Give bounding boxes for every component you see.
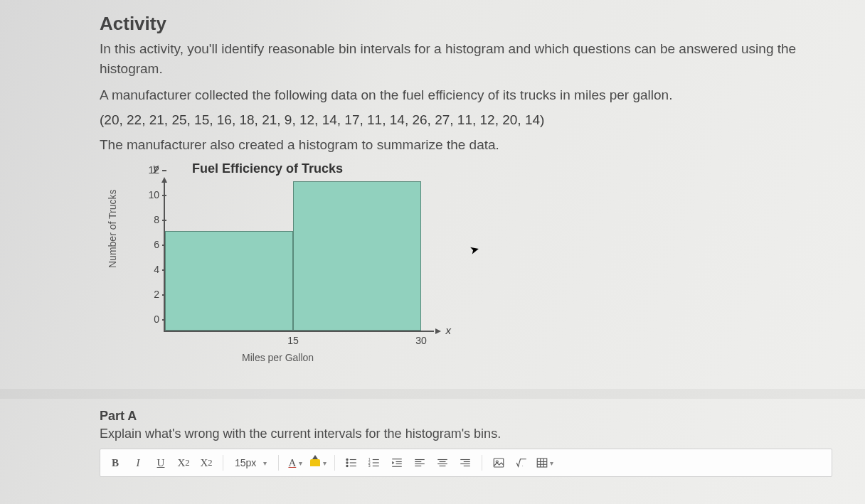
- part-label: Part A: [100, 409, 837, 424]
- svg-point-4: [346, 466, 348, 467]
- text-color-letter: A: [288, 457, 296, 469]
- x-axis-arrow-icon: [435, 328, 441, 334]
- subscript-button[interactable]: X2: [196, 452, 217, 473]
- numbered-list-button[interactable]: 123: [363, 452, 385, 473]
- toolbar-separator: [482, 455, 482, 471]
- y-tick: 0: [154, 313, 165, 325]
- chevron-down-icon: ▾: [299, 459, 302, 467]
- x-tick: 15: [287, 331, 299, 346]
- data-values: (20, 22, 21, 25, 15, 16, 18, 21, 9, 12, …: [100, 112, 837, 128]
- activity-intro: In this activity, you'll identify reason…: [100, 39, 837, 78]
- y-tick: 6: [154, 239, 165, 250]
- editor-toolbar: B I U X2 X2 15px ▾ A ▾ ▾ 123: [100, 449, 832, 477]
- x-var-label: x: [446, 324, 452, 336]
- histogram-chart: y Fuel Efficiency of Trucks Number of Tr…: [114, 161, 484, 375]
- align-center-button[interactable]: [432, 452, 453, 473]
- x-tick: 30: [415, 331, 427, 346]
- chevron-down-icon: ▾: [550, 459, 553, 467]
- y-tick: 4: [154, 264, 165, 275]
- section-divider: [0, 389, 865, 399]
- svg-rect-28: [494, 459, 504, 467]
- table-button[interactable]: ▾: [534, 452, 555, 473]
- text-color-button[interactable]: A ▾: [285, 452, 306, 473]
- part-prompt: Explain what's wrong with the current in…: [100, 427, 837, 441]
- highlight-button[interactable]: ▾: [307, 452, 329, 473]
- superscript-button[interactable]: X2: [173, 452, 194, 473]
- svg-text:.: .: [522, 462, 524, 467]
- fontsize-select[interactable]: 15px ▾: [229, 452, 272, 473]
- y-axis-label: Number of Trucks: [107, 190, 118, 268]
- y-tick: 10: [148, 189, 165, 200]
- align-right-button[interactable]: [455, 452, 476, 473]
- activity-heading: Activity: [100, 13, 837, 35]
- y-tick: 8: [154, 214, 165, 225]
- svg-rect-31: [537, 459, 547, 467]
- indent-button[interactable]: [386, 452, 408, 473]
- bulleted-list-button[interactable]: [341, 452, 362, 473]
- toolbar-separator: [223, 455, 223, 471]
- y-tick: 12: [148, 164, 165, 176]
- chevron-down-icon: ▾: [323, 459, 327, 467]
- activity-followup: The manufacturer also created a histogra…: [100, 135, 837, 155]
- fontsize-value: 15px: [235, 457, 256, 468]
- svg-point-2: [346, 462, 348, 463]
- chart-title: Fuel Efficiency of Trucks: [192, 161, 343, 176]
- insert-image-button[interactable]: [488, 452, 509, 473]
- equation-button[interactable]: .: [511, 452, 532, 473]
- toolbar-separator: [334, 455, 335, 471]
- activity-context: A manufacturer collected the following d…: [100, 85, 837, 105]
- toolbar-separator: [278, 455, 279, 471]
- highlighter-icon: [310, 459, 320, 466]
- align-left-button[interactable]: [409, 452, 430, 473]
- histogram-bar: [293, 181, 421, 331]
- x-axis-label: Miles per Gallon: [242, 352, 314, 363]
- y-axis-arrow-icon: [161, 177, 167, 183]
- bold-button[interactable]: B: [105, 452, 126, 473]
- svg-text:3: 3: [368, 463, 371, 468]
- plot-area: x 0 2 4 6 8 10 12 15 30: [164, 183, 434, 332]
- chevron-down-icon: ▾: [263, 459, 267, 467]
- histogram-bar: [165, 231, 293, 331]
- italic-button[interactable]: I: [127, 452, 149, 473]
- underline-button[interactable]: U: [150, 452, 171, 473]
- y-tick: 2: [154, 289, 165, 300]
- svg-point-0: [346, 459, 348, 461]
